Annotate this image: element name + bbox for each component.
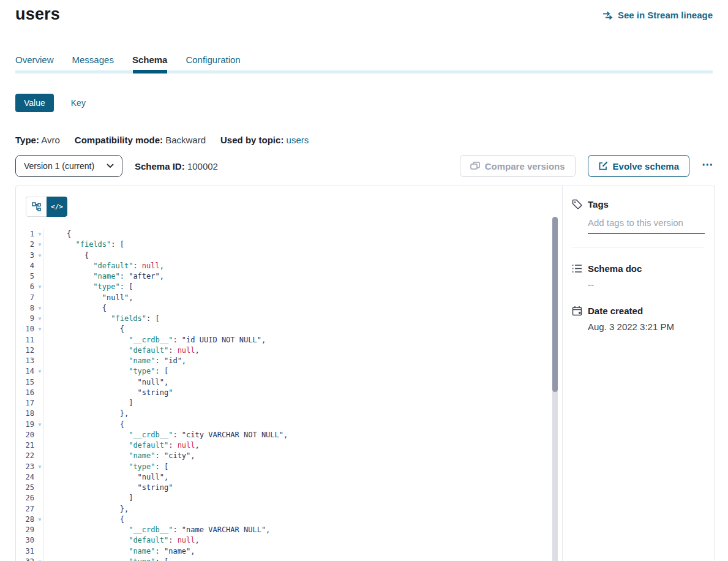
code-text[interactable]: "default": null, bbox=[43, 440, 546, 451]
code-text[interactable]: }, bbox=[43, 504, 546, 514]
value-toggle-button[interactable]: Value bbox=[15, 94, 54, 112]
fold-toggle-icon[interactable]: ▼ bbox=[36, 366, 43, 377]
tree-view-icon[interactable] bbox=[26, 197, 47, 217]
fold-spacer bbox=[36, 293, 43, 303]
fold-spacer bbox=[36, 472, 43, 483]
code-line: 8▼ { bbox=[16, 303, 546, 314]
fold-toggle-icon[interactable]: ▼ bbox=[36, 462, 43, 472]
code-text[interactable]: { bbox=[43, 229, 546, 239]
code-text[interactable]: "default": null, bbox=[43, 535, 546, 546]
code-text[interactable]: { bbox=[43, 420, 546, 430]
code-text[interactable]: "__crdb__": "id UUID NOT NULL", bbox=[43, 335, 546, 345]
fold-toggle-icon[interactable]: ▼ bbox=[36, 314, 43, 324]
see-in-stream-lineage-link[interactable]: See in Stream lineage bbox=[602, 10, 713, 20]
code-text[interactable]: "default": null, bbox=[43, 345, 546, 356]
code-line: 13 "name": "id", bbox=[16, 356, 546, 366]
code-text[interactable]: "__crdb__": "city VARCHAR NOT NULL", bbox=[43, 430, 546, 440]
code-text[interactable]: ] bbox=[43, 493, 546, 503]
line-number: 27 bbox=[16, 504, 34, 514]
fold-toggle-icon[interactable]: ▼ bbox=[36, 420, 43, 430]
compatibility-value: Backward bbox=[165, 135, 206, 145]
line-number: 15 bbox=[16, 377, 34, 388]
code-line: 29 "__crdb__": "name VARCHAR NULL", bbox=[16, 525, 546, 535]
more-options-button[interactable]: ⋯ bbox=[702, 157, 714, 175]
evolve-schema-button[interactable]: Evolve schema bbox=[588, 155, 689, 177]
fold-toggle-icon[interactable]: ▼ bbox=[36, 324, 43, 334]
code-text[interactable]: "type": [ bbox=[43, 557, 546, 561]
code-text[interactable]: "string" bbox=[43, 483, 546, 493]
code-text[interactable]: "name": "city", bbox=[43, 451, 546, 461]
fold-toggle-icon[interactable]: ▼ bbox=[36, 557, 43, 561]
tab-messages[interactable]: Messages bbox=[72, 55, 114, 72]
tags-section-header: Tags bbox=[572, 199, 705, 209]
code-text[interactable]: "default": null, bbox=[43, 261, 546, 271]
line-number: 7 bbox=[16, 293, 34, 303]
code-line: 20 "__crdb__": "city VARCHAR NOT NULL", bbox=[16, 430, 546, 440]
code-line: 7 "null", bbox=[16, 293, 546, 303]
code-text[interactable]: "null", bbox=[43, 293, 546, 303]
code-text[interactable]: { bbox=[43, 303, 546, 314]
line-number: 6 bbox=[16, 282, 34, 292]
line-number: 5 bbox=[16, 271, 34, 282]
fold-toggle-icon[interactable]: ▼ bbox=[36, 282, 43, 292]
code-text[interactable]: "fields": [ bbox=[43, 239, 546, 250]
sidebar-divider bbox=[572, 247, 704, 247]
code-text[interactable]: "name": "id", bbox=[43, 356, 546, 366]
schema-doc-header: Schema doc bbox=[572, 263, 705, 274]
fold-toggle-icon[interactable]: ▼ bbox=[36, 303, 43, 314]
code-text[interactable]: "null", bbox=[43, 472, 546, 483]
schema-id-value: 100002 bbox=[187, 161, 218, 171]
schema-doc-section: Schema doc -- bbox=[572, 263, 705, 290]
tab-bar: Overview Messages Schema Configuration bbox=[15, 55, 241, 72]
schema-meta-row: Type: Avro Compatibility mode: Backward … bbox=[15, 135, 309, 145]
tab-overview[interactable]: Overview bbox=[15, 55, 54, 72]
fold-toggle-icon[interactable]: ▼ bbox=[36, 514, 43, 525]
schema-editor: </> 1▼{2▼ "fields": [3▼ {4 "default": nu… bbox=[16, 186, 562, 561]
type-label: Type: bbox=[15, 135, 39, 145]
line-number: 26 bbox=[16, 493, 34, 503]
code-text[interactable]: ] bbox=[43, 398, 546, 409]
type-value: Avro bbox=[41, 135, 60, 145]
code-line: 25 "string" bbox=[16, 483, 546, 493]
code-text[interactable]: "name": "name", bbox=[43, 546, 546, 557]
code-line: 22 "name": "city", bbox=[16, 451, 546, 461]
code-text[interactable]: "__crdb__": "name VARCHAR NULL", bbox=[43, 525, 546, 535]
fold-toggle-icon[interactable]: ▼ bbox=[36, 250, 43, 261]
code-line: 16 "string" bbox=[16, 388, 546, 398]
code-line: 1▼{ bbox=[16, 229, 546, 239]
line-number: 3 bbox=[16, 250, 34, 261]
key-toggle-button[interactable]: Key bbox=[71, 98, 86, 108]
code-text[interactable]: { bbox=[43, 324, 546, 334]
code-text[interactable]: "null", bbox=[43, 377, 546, 388]
schema-id-label: Schema ID: bbox=[135, 161, 185, 171]
fold-spacer bbox=[36, 345, 43, 356]
code-text[interactable]: "type": [ bbox=[43, 366, 546, 377]
compare-versions-button[interactable]: Compare versions bbox=[460, 155, 576, 177]
fold-toggle-icon[interactable]: ▼ bbox=[36, 239, 43, 250]
code-view-icon[interactable]: </> bbox=[47, 197, 67, 217]
code-text[interactable]: "string" bbox=[43, 388, 546, 398]
code-text[interactable]: "fields": [ bbox=[43, 314, 546, 324]
fold-spacer bbox=[36, 335, 43, 345]
code-text[interactable]: { bbox=[43, 250, 546, 261]
tab-configuration[interactable]: Configuration bbox=[186, 55, 240, 72]
version-select[interactable]: Version 1 (current) bbox=[15, 155, 122, 177]
fold-spacer bbox=[36, 525, 43, 535]
code-text[interactable]: }, bbox=[43, 409, 546, 419]
fold-spacer bbox=[36, 493, 43, 503]
used-by-topic-link[interactable]: users bbox=[287, 135, 309, 145]
code-line: 12 "default": null, bbox=[16, 345, 546, 356]
code-text[interactable]: "type": [ bbox=[43, 282, 546, 292]
code-text[interactable]: "type": [ bbox=[43, 462, 546, 472]
line-number: 9 bbox=[16, 314, 34, 324]
code-line: 30 "default": null, bbox=[16, 535, 546, 546]
fold-toggle-icon[interactable]: ▼ bbox=[36, 229, 43, 239]
tags-input[interactable] bbox=[588, 217, 705, 234]
line-number: 10 bbox=[16, 324, 34, 334]
line-number: 8 bbox=[16, 303, 34, 314]
code-text[interactable]: { bbox=[43, 514, 546, 525]
code-text[interactable]: "name": "after", bbox=[43, 271, 546, 282]
page-title: users bbox=[15, 5, 60, 24]
code-line: 19▼ { bbox=[16, 420, 546, 430]
editor-scrollbar-thumb[interactable] bbox=[552, 217, 558, 392]
